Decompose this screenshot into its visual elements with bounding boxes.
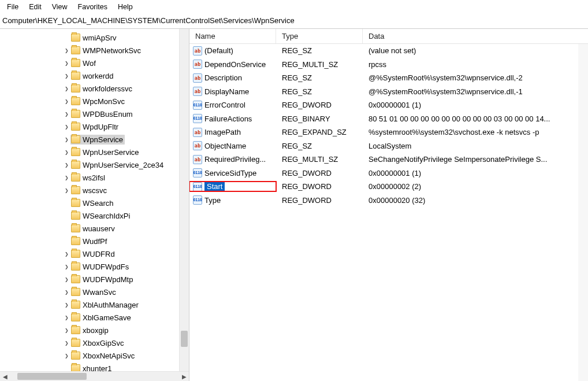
tree-item-label: WPDBusEnum	[83, 110, 133, 119]
tree-item[interactable]: ❯workfolderssvc	[0, 82, 189, 95]
column-header-data[interactable]: Data	[363, 29, 588, 43]
folder-icon	[71, 123, 80, 131]
expand-icon[interactable]: ❯	[63, 124, 69, 130]
value-row[interactable]: abDescriptionREG_SZ@%SystemRoot%\system3…	[189, 71, 588, 85]
tree-item[interactable]: WSearchIdxPi	[0, 209, 189, 222]
expand-icon[interactable]: ❯	[63, 137, 69, 142]
string-value-icon: ab	[193, 46, 202, 56]
expand-icon[interactable]: ❯	[63, 353, 69, 358]
value-type: REG_SZ	[276, 73, 363, 82]
menu-file[interactable]: File	[2, 2, 23, 12]
folder-icon	[71, 46, 80, 54]
expand-icon[interactable]: ❯	[63, 264, 69, 269]
tree-item[interactable]: ❯WMPNetworkSvc	[0, 44, 189, 57]
scroll-left-arrow-icon[interactable]: ◀	[0, 372, 10, 381]
folder-icon	[71, 110, 80, 118]
tree-item[interactable]: ❯WpnService	[0, 133, 189, 146]
expand-icon[interactable]: ❯	[63, 150, 69, 155]
menu-edit[interactable]: Edit	[24, 2, 46, 12]
tree-item-label: WpnUserService_2ce34	[83, 161, 163, 169]
expand-icon[interactable]: ❯	[63, 277, 69, 282]
scroll-right-arrow-icon[interactable]: ▶	[179, 372, 189, 381]
values-vertical-scrollbar[interactable]	[578, 44, 588, 381]
value-name: FailureActions	[204, 114, 252, 123]
string-value-icon: ab	[193, 73, 202, 83]
tree-item[interactable]: ❯WpnUserService_2ce34	[0, 158, 189, 171]
value-row[interactable]: 0110StartREG_DWORD0x00000002 (2)	[189, 180, 588, 194]
tree-item[interactable]: ❯WwanSvc	[0, 286, 189, 298]
expand-icon[interactable]: ❯	[63, 48, 69, 53]
tree-item[interactable]: ❯XblAuthManager	[0, 298, 189, 311]
tree-item[interactable]: wuauserv	[0, 222, 189, 235]
tree-item[interactable]: ❯WUDFWpdMtp	[0, 273, 189, 286]
tree-item[interactable]: ❯XboxGipSvc	[0, 336, 189, 349]
value-row[interactable]: 0110ServiceSidTypeREG_DWORD0x00000001 (1…	[189, 167, 588, 180]
value-row[interactable]: abObjectNameREG_SZLocalSystem	[189, 139, 588, 153]
expand-icon[interactable]: ❯	[63, 188, 69, 193]
tree-item[interactable]: ❯wscsvc	[0, 184, 189, 197]
column-header-name[interactable]: Name	[189, 29, 276, 43]
value-data: 0x00000002 (2)	[363, 182, 588, 191]
expand-icon[interactable]: ❯	[63, 99, 69, 104]
column-header-type[interactable]: Type	[276, 29, 363, 43]
scrollbar-thumb[interactable]	[181, 331, 188, 347]
expand-icon[interactable]: ❯	[63, 73, 69, 79]
expand-icon[interactable]: ❯	[63, 162, 69, 168]
scrollbar-thumb[interactable]	[17, 373, 87, 380]
value-row[interactable]: ab(Default)REG_SZ(value not set)	[189, 44, 588, 58]
tree-item[interactable]: ❯ws2ifsl	[0, 171, 189, 184]
value-row[interactable]: abDependOnServiceREG_MULTI_SZrpcss	[189, 58, 588, 72]
tree-item-label: WwanSvc	[83, 288, 116, 297]
tree-item[interactable]: ❯WpdUpFltr	[0, 120, 189, 133]
tree-item-label: xboxgip	[83, 326, 109, 335]
tree-scroll-area[interactable]: wmiApSrv❯WMPNetworkSvc❯Wof❯workerdd❯work…	[0, 29, 189, 371]
folder-icon	[71, 84, 80, 93]
tree-item[interactable]: ❯xboxgip	[0, 324, 189, 336]
folder-icon	[71, 288, 80, 296]
tree-item[interactable]: ❯WpcMonSvc	[0, 95, 189, 108]
menu-favorites[interactable]: Favorites	[73, 2, 112, 12]
expand-icon[interactable]: ❯	[63, 112, 69, 117]
tree-item[interactable]: ❯XboxNetApiSvc	[0, 349, 189, 362]
expand-icon[interactable]: ❯	[63, 61, 69, 66]
expand-icon[interactable]: ❯	[63, 341, 69, 346]
tree-item[interactable]: ❯WUDFWpdFs	[0, 260, 189, 273]
value-row[interactable]: abRequiredPrivileg...REG_MULTI_SZSeChang…	[189, 153, 588, 167]
value-row[interactable]: abImagePathREG_EXPAND_SZ%systemroot%\sys…	[189, 125, 588, 139]
tree-item[interactable]: ❯WUDFRd	[0, 247, 189, 260]
value-name: ImagePath	[204, 128, 241, 136]
tree-item[interactable]: wmiApSrv	[0, 31, 189, 44]
address-bar[interactable]: Computer\HKEY_LOCAL_MACHINE\SYSTEM\Curre…	[0, 14, 588, 29]
value-type: REG_DWORD	[276, 196, 363, 205]
tree-item[interactable]: ❯workerdd	[0, 69, 189, 82]
expand-icon[interactable]: ❯	[63, 302, 69, 308]
tree-item[interactable]: ❯WpnUserService	[0, 146, 189, 158]
expand-icon[interactable]: ❯	[63, 315, 69, 320]
folder-icon	[71, 313, 80, 321]
expand-icon[interactable]: ❯	[63, 175, 69, 180]
value-name: (Default)	[204, 46, 233, 55]
tree-vertical-scrollbar[interactable]	[179, 29, 189, 371]
menu-help[interactable]: Help	[113, 2, 137, 12]
value-row[interactable]: 0110ErrorControlREG_DWORD0x00000001 (1)	[189, 98, 588, 112]
folder-icon	[71, 326, 80, 334]
expand-icon[interactable]: ❯	[63, 86, 69, 91]
tree-item[interactable]: ❯XblGameSave	[0, 311, 189, 324]
tree-item[interactable]: WudfPf	[0, 235, 189, 247]
folder-icon	[71, 364, 80, 371]
value-row[interactable]: abDisplayNameREG_SZ@%SystemRoot%\system3…	[189, 85, 588, 99]
expand-icon[interactable]: ❯	[63, 328, 69, 333]
value-type: REG_MULTI_SZ	[276, 155, 363, 164]
expand-icon[interactable]: ❯	[63, 290, 69, 295]
menu-view[interactable]: View	[47, 2, 72, 12]
tree-item[interactable]: ❯Wof	[0, 57, 189, 69]
folder-icon	[71, 148, 80, 156]
tree-item[interactable]: xhunter1	[0, 362, 189, 371]
tree-horizontal-scrollbar[interactable]: ◀ ▶	[0, 371, 189, 381]
value-row[interactable]: 0110FailureActionsREG_BINARY80 51 01 00 …	[189, 112, 588, 126]
tree-item[interactable]: WSearch	[0, 197, 189, 209]
value-row[interactable]: 0110TypeREG_DWORD0x00000020 (32)	[189, 194, 588, 208]
tree-item[interactable]: ❯WPDBusEnum	[0, 108, 189, 120]
expand-icon[interactable]: ❯	[63, 251, 69, 257]
folder-icon	[71, 199, 80, 207]
